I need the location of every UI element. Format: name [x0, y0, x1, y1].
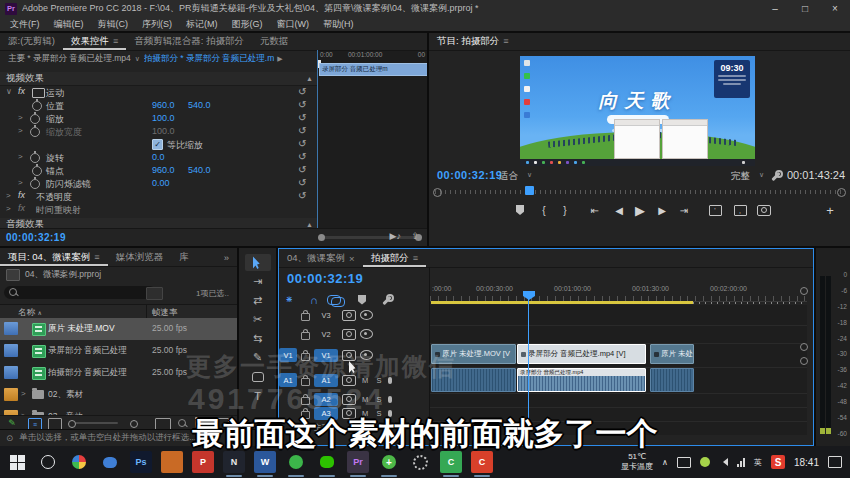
zoom-slider-end[interactable] [130, 420, 138, 428]
item-name[interactable]: 02、素材 [48, 389, 146, 401]
zoom-caret-icon[interactable]: ∨ [527, 171, 532, 179]
nest-toggle-icon[interactable] [283, 293, 297, 306]
sequence-clip-name[interactable]: 拍摄部分 * 录屏部分 音频已处理.m [144, 53, 274, 65]
disclosure-icon[interactable]: > [6, 204, 11, 213]
clip-thumbnail[interactable] [4, 366, 18, 379]
volume-icon[interactable] [719, 458, 728, 466]
reset-scale-button[interactable]: ↺ [298, 112, 306, 123]
reset-motion-button[interactable]: ↺ [298, 86, 306, 97]
timeline-settings-wrench-icon[interactable] [381, 293, 395, 306]
resolution-caret-icon[interactable]: ∨ [759, 171, 764, 179]
eye-icon[interactable] [360, 310, 373, 320]
fx-keyframe-area[interactable]: 0:00 00:01:00:00 00 录屏部分 音频已处理m [318, 51, 427, 228]
settings-wrench-icon[interactable] [771, 170, 783, 182]
stopwatch-icon[interactable] [30, 179, 40, 189]
reset-rotation-button[interactable]: ↺ [298, 151, 306, 162]
reset-opacity-button[interactable]: ↺ [298, 190, 306, 201]
extract-button[interactable]: , [731, 202, 749, 218]
reset-scale-width-button[interactable]: ↺ [298, 125, 306, 136]
project-item-row[interactable]: 拍摄部分 音频已处理 25.00 fps [0, 362, 237, 384]
timeline-clip-video[interactable]: 原片 未处... [650, 344, 694, 364]
track-label[interactable]: V1 [314, 349, 338, 362]
orange-app-icon[interactable] [161, 451, 183, 473]
fx-panel-timecode[interactable]: 00:00:32:19 [6, 232, 66, 243]
position-x-value[interactable]: 960.0 [152, 100, 175, 110]
project-bin-row[interactable]: > 02、素材 [0, 384, 237, 406]
menu-marker[interactable]: 标记(M) [179, 18, 225, 31]
minimize-button[interactable]: – [760, 0, 790, 17]
collapse-section-icon[interactable]: ▲ [306, 221, 313, 228]
item-name[interactable]: 拍摄部分 音频已处理 [48, 367, 146, 379]
fx-badge-icon[interactable]: fx [18, 190, 25, 200]
reset-anchor-button[interactable]: ↺ [298, 164, 306, 175]
mic-icon[interactable] [388, 377, 392, 384]
close-button[interactable]: × [820, 0, 850, 17]
maximize-button[interactable]: □ [790, 0, 820, 17]
network-icon[interactable] [737, 458, 745, 467]
reset-position-button[interactable]: ↺ [298, 99, 306, 110]
tab-program-monitor[interactable]: 节目: 拍摄部分 ≡ [429, 32, 517, 50]
item-name[interactable]: 原片 未处理.MOV [48, 323, 146, 335]
display-tray-icon[interactable] [677, 457, 691, 468]
tab-project[interactable]: 项目: 04、微课案例 ≡ [0, 248, 108, 266]
position-y-value[interactable]: 540.0 [188, 100, 211, 110]
filter-bin-button[interactable] [146, 287, 163, 300]
export-frame-button[interactable] [755, 202, 773, 218]
track-header-a2[interactable]: A2 M S [279, 393, 429, 406]
playback-resolution-select[interactable]: 完整 [731, 170, 750, 183]
eye-icon[interactable] [360, 350, 373, 360]
timeline-scroll-handle[interactable] [800, 287, 808, 295]
start-button[interactable] [6, 451, 28, 473]
track-select-forward-tool[interactable]: ⇥ [245, 273, 271, 290]
zoom-slider[interactable] [70, 422, 118, 424]
snap-magnet-icon[interactable]: ∩ [307, 293, 321, 306]
timeline-timecode[interactable]: 00:00:32:19 [287, 271, 363, 286]
track-header-v2[interactable]: V2 [279, 326, 429, 342]
timeline-clip-video-selected[interactable]: 录屏部分 音频已处理.mp4 [V] [517, 344, 646, 364]
disclosure-icon[interactable]: > [18, 126, 23, 135]
program-scrubber[interactable] [435, 187, 844, 197]
track-output-icon[interactable] [342, 310, 356, 321]
pen-tool[interactable]: ✎ [245, 349, 271, 366]
cortana-icon[interactable] [37, 451, 59, 473]
timeline-clip-audio[interactable] [431, 368, 516, 392]
tab-source-monitor[interactable]: 源:(无剪辑) [0, 32, 63, 50]
tray-expand-chevron[interactable]: ∧ [662, 458, 668, 467]
disclosure-icon[interactable]: ∨ [6, 87, 12, 96]
timeline-clip-video[interactable]: 原片 未处理.MOV [V [431, 344, 516, 364]
disclosure-icon[interactable]: > [18, 152, 23, 161]
program-timecode[interactable]: 00:00:32:19 [437, 169, 502, 181]
panel-menu-icon[interactable]: ≡ [113, 36, 118, 46]
project-item-row[interactable]: 原片 未处理.MOV 25.00 fps [0, 318, 237, 340]
track-output-icon[interactable] [342, 329, 356, 340]
linked-selection-icon[interactable] [327, 293, 341, 306]
tab-metadata[interactable]: 元数据 [252, 32, 297, 50]
lock-icon[interactable] [301, 353, 310, 361]
disclosure-icon[interactable]: > [18, 113, 23, 122]
timeline-clip-audio[interactable] [650, 368, 694, 392]
clock[interactable]: 18:41 [794, 457, 819, 468]
bin-thumbnail[interactable] [4, 388, 18, 401]
program-playhead[interactable] [525, 186, 534, 195]
anchor-y-value[interactable]: 540.0 [188, 165, 211, 175]
mark-out-button[interactable]: } [556, 202, 574, 218]
menu-sequence[interactable]: 序列(S) [135, 18, 179, 31]
expand-right-icon[interactable]: ▶ [277, 55, 282, 63]
source-patch-v1[interactable]: V1 [279, 348, 297, 362]
timeline-scroll-handle[interactable] [800, 343, 808, 351]
lock-icon[interactable] [301, 397, 310, 405]
stopwatch-icon[interactable] [30, 114, 40, 124]
export-icon[interactable]: ⇧ [411, 231, 419, 241]
clip-thumbnail[interactable] [4, 344, 18, 357]
find-button[interactable] [176, 418, 188, 428]
solo-button[interactable]: S [374, 375, 384, 385]
menu-graphics[interactable]: 图形(G) [225, 18, 270, 31]
lift-button[interactable]: ' [706, 202, 724, 218]
lock-icon[interactable] [301, 313, 310, 321]
disclosure-icon[interactable]: > [6, 191, 11, 200]
menu-edit[interactable]: 编辑(E) [47, 18, 91, 31]
rotation-value[interactable]: 0.0 [152, 152, 165, 162]
list-view-button[interactable]: ≡ [28, 418, 42, 430]
button-editor-plus[interactable]: + [821, 202, 839, 218]
hand-tool[interactable] [245, 368, 271, 385]
